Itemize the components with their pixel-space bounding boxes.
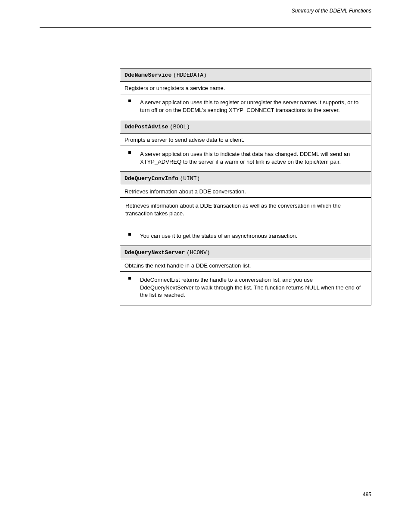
- square-bullet-icon: [128, 233, 131, 236]
- function-summary: Obtains the next handle in a DDE convers…: [120, 259, 371, 272]
- function-detail: A server application uses this to indica…: [120, 146, 371, 171]
- function-header: DdeNameService (HDDEDATA): [120, 68, 371, 81]
- function-return-type: (HCONV): [187, 249, 210, 256]
- function-return-type: (UINT): [180, 175, 200, 182]
- bullet-col: [125, 99, 134, 114]
- detail-text: You can use it to get the status of an a…: [140, 232, 366, 240]
- function-return-type: (HDDEDATA): [173, 72, 207, 78]
- function-header: DdeQueryConvInfo (UINT): [120, 171, 371, 185]
- detail-text: A server application uses this to regist…: [140, 99, 366, 114]
- function-name: DdeQueryNextServer: [125, 249, 185, 256]
- square-bullet-icon: [128, 100, 131, 102]
- function-header: DdePostAdvise (BOOL): [120, 120, 371, 133]
- function-summary: Prompts a server to send advise data to …: [120, 133, 371, 146]
- function-detail: A server application uses this to regist…: [120, 94, 371, 120]
- function-detail-body: A server application uses this to indica…: [140, 150, 366, 165]
- function-name: DdePostAdvise: [125, 124, 168, 130]
- square-bullet-icon: [128, 277, 131, 280]
- detail-bullet-line: You can use it to get the status of an a…: [125, 232, 366, 240]
- function-name: DdeNameService: [125, 72, 171, 78]
- functions-table: DdeNameService (HDDEDATA) Registers or u…: [120, 68, 371, 305]
- function-detail-body: A server application uses this to regist…: [140, 99, 366, 114]
- function-header: DdeQueryNextServer (HCONV): [120, 246, 371, 259]
- bullet-col: [125, 276, 134, 299]
- function-summary: Retrieves information about a DDE conver…: [120, 185, 371, 198]
- function-detail-body: You can use it to get the status of an a…: [140, 232, 366, 240]
- function-detail: Retrieves information about a DDE transa…: [120, 197, 371, 246]
- square-bullet-icon: [128, 151, 131, 154]
- function-detail: DdeConnectList returns the handle to a c…: [120, 271, 371, 305]
- function-name: DdeQueryConvInfo: [125, 175, 178, 182]
- page: Summary of the DDEML Functions DdeNameSe…: [0, 0, 411, 532]
- header-rule: [40, 27, 371, 28]
- bullet-col: [125, 232, 134, 240]
- function-return-type: (BOOL): [170, 124, 190, 130]
- detail-text: DdeConnectList returns the handle to a c…: [140, 276, 366, 299]
- bullet-col: [125, 150, 134, 165]
- running-head: Summary of the DDEML Functions: [292, 8, 371, 14]
- page-number: 495: [363, 492, 371, 498]
- detail-text: A server application uses this to indica…: [140, 150, 366, 165]
- function-detail-body: DdeConnectList returns the handle to a c…: [140, 276, 366, 299]
- detail-lead: Retrieves information about a DDE transa…: [125, 202, 366, 217]
- function-summary: Registers or unregisters a service name.: [120, 81, 371, 94]
